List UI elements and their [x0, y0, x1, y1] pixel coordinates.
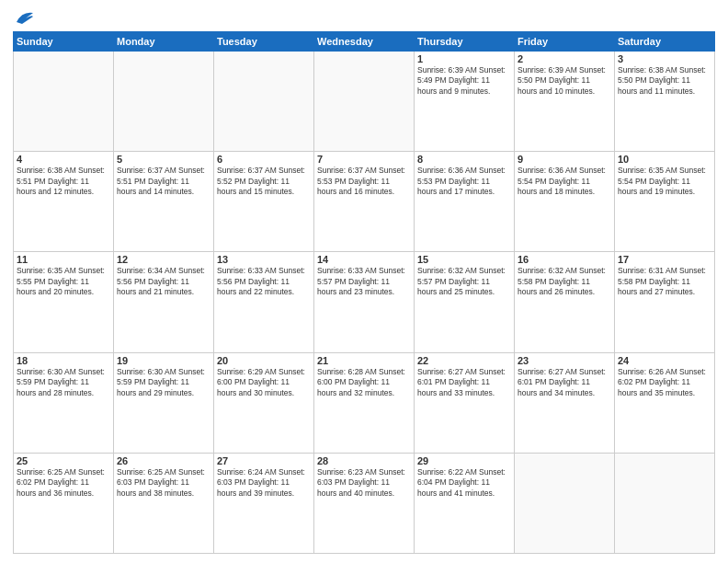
- calendar-cell: 13Sunrise: 6:33 AM Sunset: 5:56 PM Dayli…: [214, 252, 314, 352]
- calendar-cell: 18Sunrise: 6:30 AM Sunset: 5:59 PM Dayli…: [14, 352, 114, 453]
- day-info: Sunrise: 6:34 AM Sunset: 5:56 PM Dayligh…: [117, 266, 210, 297]
- day-info: Sunrise: 6:24 AM Sunset: 6:03 PM Dayligh…: [217, 467, 311, 499]
- day-number: 2: [518, 53, 611, 64]
- calendar-cell: 20Sunrise: 6:29 AM Sunset: 6:00 PM Dayli…: [214, 352, 314, 453]
- page: SundayMondayTuesdayWednesdayThursdayFrid…: [0, 0, 728, 563]
- day-info: Sunrise: 6:25 AM Sunset: 6:03 PM Dayligh…: [117, 467, 210, 499]
- day-number: 16: [518, 254, 611, 265]
- calendar-day-header: Wednesday: [314, 32, 415, 52]
- calendar-cell: 21Sunrise: 6:28 AM Sunset: 6:00 PM Dayli…: [314, 352, 415, 453]
- calendar-cell: 26Sunrise: 6:25 AM Sunset: 6:03 PM Dayli…: [114, 453, 214, 553]
- day-number: 27: [217, 455, 311, 466]
- calendar-cell: [214, 52, 314, 152]
- day-info: Sunrise: 6:31 AM Sunset: 5:58 PM Dayligh…: [618, 266, 711, 297]
- day-info: Sunrise: 6:25 AM Sunset: 6:02 PM Dayligh…: [17, 467, 110, 499]
- day-number: 13: [217, 254, 311, 265]
- day-info: Sunrise: 6:33 AM Sunset: 5:57 PM Dayligh…: [317, 266, 411, 297]
- day-info: Sunrise: 6:32 AM Sunset: 5:57 PM Dayligh…: [417, 266, 511, 297]
- calendar-day-header: Tuesday: [214, 32, 314, 52]
- day-info: Sunrise: 6:37 AM Sunset: 5:51 PM Dayligh…: [117, 166, 210, 197]
- day-info: Sunrise: 6:27 AM Sunset: 6:01 PM Dayligh…: [518, 367, 611, 398]
- calendar-cell: 15Sunrise: 6:32 AM Sunset: 5:57 PM Dayli…: [415, 252, 515, 352]
- day-info: Sunrise: 6:37 AM Sunset: 5:52 PM Dayligh…: [217, 166, 311, 197]
- day-number: 26: [117, 455, 210, 466]
- day-number: 6: [217, 154, 311, 165]
- calendar-cell: [314, 52, 415, 152]
- calendar-cell: 12Sunrise: 6:34 AM Sunset: 5:56 PM Dayli…: [114, 252, 214, 352]
- day-number: 10: [618, 154, 711, 165]
- calendar-week-row: 4Sunrise: 6:38 AM Sunset: 5:51 PM Daylig…: [14, 152, 715, 252]
- calendar-week-row: 11Sunrise: 6:35 AM Sunset: 5:55 PM Dayli…: [14, 252, 715, 352]
- calendar-cell: 16Sunrise: 6:32 AM Sunset: 5:58 PM Dayli…: [515, 252, 615, 352]
- calendar-cell: 19Sunrise: 6:30 AM Sunset: 5:59 PM Dayli…: [114, 352, 214, 453]
- day-number: 7: [317, 154, 411, 165]
- calendar-cell: 17Sunrise: 6:31 AM Sunset: 5:58 PM Dayli…: [615, 252, 715, 352]
- calendar-cell: 3Sunrise: 6:38 AM Sunset: 5:50 PM Daylig…: [615, 52, 715, 152]
- day-number: 17: [618, 254, 711, 265]
- day-info: Sunrise: 6:32 AM Sunset: 5:58 PM Dayligh…: [518, 266, 611, 297]
- calendar-cell: 7Sunrise: 6:37 AM Sunset: 5:53 PM Daylig…: [314, 152, 415, 252]
- calendar-day-header: Monday: [114, 32, 214, 52]
- day-number: 18: [17, 355, 110, 366]
- day-number: 19: [117, 355, 210, 366]
- day-info: Sunrise: 6:30 AM Sunset: 5:59 PM Dayligh…: [17, 367, 110, 398]
- calendar-cell: 22Sunrise: 6:27 AM Sunset: 6:01 PM Dayli…: [415, 352, 515, 453]
- calendar-cell: 29Sunrise: 6:22 AM Sunset: 6:04 PM Dayli…: [415, 453, 515, 553]
- calendar-cell: 27Sunrise: 6:24 AM Sunset: 6:03 PM Dayli…: [214, 453, 314, 553]
- day-info: Sunrise: 6:38 AM Sunset: 5:50 PM Dayligh…: [618, 65, 711, 97]
- calendar-cell: 28Sunrise: 6:23 AM Sunset: 6:03 PM Dayli…: [314, 453, 415, 553]
- logo-bird-icon: [15, 9, 35, 26]
- day-info: Sunrise: 6:35 AM Sunset: 5:55 PM Dayligh…: [17, 266, 110, 297]
- day-number: 22: [417, 355, 511, 366]
- calendar-header-row: SundayMondayTuesdayWednesdayThursdayFrid…: [14, 32, 715, 52]
- calendar-cell: 24Sunrise: 6:26 AM Sunset: 6:02 PM Dayli…: [615, 352, 715, 453]
- day-number: 9: [518, 154, 611, 165]
- day-info: Sunrise: 6:33 AM Sunset: 5:56 PM Dayligh…: [217, 266, 311, 297]
- day-info: Sunrise: 6:23 AM Sunset: 6:03 PM Dayligh…: [317, 467, 411, 499]
- calendar-cell: 2Sunrise: 6:39 AM Sunset: 5:50 PM Daylig…: [515, 52, 615, 152]
- calendar-cell: [14, 52, 114, 152]
- day-info: Sunrise: 6:39 AM Sunset: 5:50 PM Dayligh…: [518, 65, 611, 97]
- day-number: 12: [117, 254, 210, 265]
- day-info: Sunrise: 6:37 AM Sunset: 5:53 PM Dayligh…: [317, 166, 411, 197]
- calendar-cell: 8Sunrise: 6:36 AM Sunset: 5:53 PM Daylig…: [415, 152, 515, 252]
- day-number: 28: [317, 455, 411, 466]
- day-number: 4: [17, 154, 110, 165]
- calendar-cell: 14Sunrise: 6:33 AM Sunset: 5:57 PM Dayli…: [314, 252, 415, 352]
- calendar-cell: [114, 52, 214, 152]
- day-info: Sunrise: 6:28 AM Sunset: 6:00 PM Dayligh…: [317, 367, 411, 398]
- day-info: Sunrise: 6:29 AM Sunset: 6:00 PM Dayligh…: [217, 367, 311, 398]
- header: [13, 9, 715, 26]
- day-number: 11: [17, 254, 110, 265]
- calendar-day-header: Thursday: [415, 32, 515, 52]
- day-number: 14: [317, 254, 411, 265]
- calendar-cell: 10Sunrise: 6:35 AM Sunset: 5:54 PM Dayli…: [615, 152, 715, 252]
- calendar-day-header: Friday: [515, 32, 615, 52]
- calendar-week-row: 25Sunrise: 6:25 AM Sunset: 6:02 PM Dayli…: [14, 453, 715, 553]
- calendar-week-row: 1Sunrise: 6:39 AM Sunset: 5:49 PM Daylig…: [14, 52, 715, 152]
- calendar-day-header: Saturday: [615, 32, 715, 52]
- day-number: 8: [417, 154, 511, 165]
- calendar-week-row: 18Sunrise: 6:30 AM Sunset: 5:59 PM Dayli…: [14, 352, 715, 453]
- day-info: Sunrise: 6:26 AM Sunset: 6:02 PM Dayligh…: [618, 367, 711, 398]
- day-number: 1: [417, 53, 511, 64]
- day-number: 3: [618, 53, 711, 64]
- day-number: 21: [317, 355, 411, 366]
- calendar-cell: [615, 453, 715, 553]
- day-info: Sunrise: 6:36 AM Sunset: 5:54 PM Dayligh…: [518, 166, 611, 197]
- calendar-day-header: Sunday: [14, 32, 114, 52]
- day-info: Sunrise: 6:35 AM Sunset: 5:54 PM Dayligh…: [618, 166, 711, 197]
- calendar-cell: 6Sunrise: 6:37 AM Sunset: 5:52 PM Daylig…: [214, 152, 314, 252]
- day-info: Sunrise: 6:22 AM Sunset: 6:04 PM Dayligh…: [417, 467, 511, 499]
- day-info: Sunrise: 6:39 AM Sunset: 5:49 PM Dayligh…: [417, 65, 511, 97]
- day-number: 24: [618, 355, 711, 366]
- calendar-cell: 4Sunrise: 6:38 AM Sunset: 5:51 PM Daylig…: [14, 152, 114, 252]
- logo: [13, 9, 35, 26]
- calendar-cell: [515, 453, 615, 553]
- day-number: 23: [518, 355, 611, 366]
- day-number: 15: [417, 254, 511, 265]
- calendar-cell: 11Sunrise: 6:35 AM Sunset: 5:55 PM Dayli…: [14, 252, 114, 352]
- calendar-cell: 9Sunrise: 6:36 AM Sunset: 5:54 PM Daylig…: [515, 152, 615, 252]
- day-info: Sunrise: 6:27 AM Sunset: 6:01 PM Dayligh…: [417, 367, 511, 398]
- day-info: Sunrise: 6:36 AM Sunset: 5:53 PM Dayligh…: [417, 166, 511, 197]
